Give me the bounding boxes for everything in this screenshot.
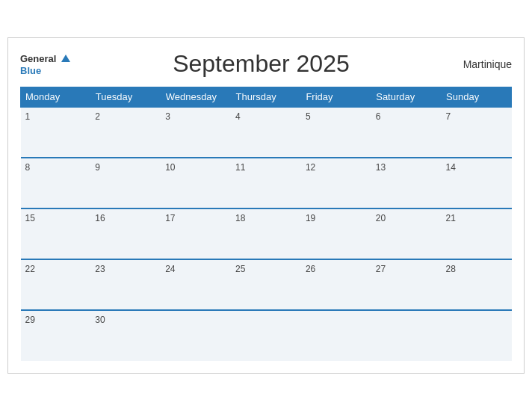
day-number: 27 bbox=[376, 264, 386, 274]
calendar-day-cell: 22 bbox=[21, 259, 91, 310]
logo-triangle-icon bbox=[61, 55, 70, 62]
weekday-header-sunday: Sunday bbox=[442, 87, 512, 108]
day-number: 15 bbox=[25, 213, 35, 223]
calendar-day-cell: 3 bbox=[161, 107, 231, 158]
calendar-day-cell: 2 bbox=[90, 107, 161, 158]
day-number: 9 bbox=[95, 162, 100, 173]
calendar-week-row: 891011121314 bbox=[21, 158, 512, 208]
calendar-day-cell: 30 bbox=[90, 310, 161, 361]
weekday-header-tuesday: Tuesday bbox=[90, 87, 161, 108]
calendar-day-cell: 18 bbox=[231, 208, 301, 259]
day-number: 24 bbox=[165, 264, 175, 274]
calendar-day-cell: 29 bbox=[21, 310, 91, 361]
calendar-day-cell: 14 bbox=[442, 158, 512, 208]
day-number: 16 bbox=[95, 213, 105, 223]
day-number: 2 bbox=[95, 111, 100, 122]
calendar-title: September 2025 bbox=[70, 50, 452, 78]
day-number: 5 bbox=[306, 111, 311, 122]
calendar-day-cell: 23 bbox=[90, 259, 161, 310]
day-number: 17 bbox=[165, 213, 175, 223]
calendar-day-cell: 28 bbox=[442, 259, 512, 310]
calendar-day-cell: 7 bbox=[442, 107, 512, 158]
day-number: 30 bbox=[95, 315, 105, 325]
calendar-day-cell: 1 bbox=[21, 107, 91, 158]
weekday-header-thursday: Thursday bbox=[231, 87, 301, 108]
calendar-day-cell: 11 bbox=[231, 158, 301, 208]
day-number: 25 bbox=[235, 264, 245, 274]
logo-top-row: General bbox=[20, 52, 70, 64]
logo-blue-text: Blue bbox=[20, 65, 41, 76]
day-number: 8 bbox=[25, 162, 31, 173]
weekday-header-wednesday: Wednesday bbox=[161, 87, 231, 108]
calendar-day-cell bbox=[442, 310, 512, 361]
calendar-day-cell bbox=[161, 310, 231, 361]
day-number: 26 bbox=[306, 264, 315, 274]
day-number: 22 bbox=[25, 264, 35, 274]
calendar-day-cell: 6 bbox=[371, 107, 442, 158]
calendar-day-cell: 17 bbox=[161, 208, 231, 259]
day-number: 3 bbox=[165, 111, 170, 122]
calendar-location: Martinique bbox=[452, 58, 512, 70]
day-number: 21 bbox=[446, 213, 456, 223]
calendar-day-cell: 19 bbox=[301, 208, 371, 259]
day-number: 6 bbox=[376, 111, 381, 122]
calendar-day-cell bbox=[371, 310, 442, 361]
calendar-container: General Blue September 2025 Martinique M… bbox=[7, 37, 525, 374]
day-number: 28 bbox=[446, 264, 456, 274]
calendar-day-cell: 10 bbox=[161, 158, 231, 208]
day-number: 13 bbox=[376, 162, 386, 173]
day-number: 12 bbox=[306, 162, 315, 173]
day-number: 11 bbox=[235, 162, 245, 173]
calendar-grid: MondayTuesdayWednesdayThursdayFridaySatu… bbox=[20, 87, 512, 361]
calendar-day-cell: 5 bbox=[301, 107, 371, 158]
calendar-day-cell: 25 bbox=[231, 259, 301, 310]
calendar-week-row: 15161718192021 bbox=[21, 208, 512, 259]
calendar-day-cell: 20 bbox=[371, 208, 442, 259]
weekday-header-saturday: Saturday bbox=[371, 87, 442, 108]
day-number: 1 bbox=[25, 111, 31, 122]
logo: General Blue bbox=[20, 52, 70, 76]
calendar-header: General Blue September 2025 Martinique bbox=[20, 50, 512, 78]
day-number: 18 bbox=[235, 213, 245, 223]
calendar-day-cell: 21 bbox=[442, 208, 512, 259]
logo-bottom-row: Blue bbox=[20, 64, 70, 76]
calendar-day-cell: 12 bbox=[301, 158, 371, 208]
day-number: 7 bbox=[446, 111, 451, 122]
calendar-week-row: 1234567 bbox=[21, 107, 512, 158]
calendar-week-row: 22232425262728 bbox=[21, 259, 512, 310]
day-number: 19 bbox=[306, 213, 315, 223]
day-number: 23 bbox=[95, 264, 105, 274]
calendar-day-cell: 26 bbox=[301, 259, 371, 310]
logo-general-text: General bbox=[20, 53, 56, 64]
calendar-day-cell bbox=[231, 310, 301, 361]
weekday-header-friday: Friday bbox=[301, 87, 371, 108]
day-number: 29 bbox=[25, 315, 35, 325]
calendar-day-cell: 27 bbox=[371, 259, 442, 310]
day-number: 14 bbox=[446, 162, 456, 173]
day-number: 4 bbox=[235, 111, 241, 122]
calendar-week-row: 2930 bbox=[21, 310, 512, 361]
day-number: 10 bbox=[165, 162, 175, 173]
day-number: 20 bbox=[376, 213, 386, 223]
calendar-day-cell: 24 bbox=[161, 259, 231, 310]
calendar-day-cell: 8 bbox=[21, 158, 91, 208]
calendar-day-cell: 15 bbox=[21, 208, 91, 259]
calendar-day-cell: 4 bbox=[231, 107, 301, 158]
weekday-header-row: MondayTuesdayWednesdayThursdayFridaySatu… bbox=[21, 87, 512, 108]
calendar-day-cell bbox=[301, 310, 371, 361]
calendar-day-cell: 13 bbox=[371, 158, 442, 208]
weekday-header-monday: Monday bbox=[21, 87, 91, 108]
calendar-day-cell: 16 bbox=[90, 208, 161, 259]
calendar-day-cell: 9 bbox=[90, 158, 161, 208]
